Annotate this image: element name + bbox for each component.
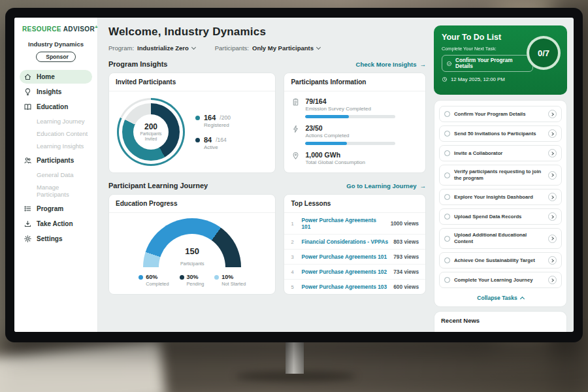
list-icon <box>24 204 32 213</box>
task-open-button[interactable] <box>548 110 557 118</box>
lightning-icon <box>291 125 300 133</box>
participants-filter[interactable]: Participants: Only My Participants <box>215 44 320 52</box>
checkbox-icon[interactable] <box>444 131 450 137</box>
gear-icon <box>24 235 32 243</box>
task-row-upload-spend-data[interactable]: Upload Spend Data Records <box>439 208 562 225</box>
task-row-complete-learning-journey[interactable]: Complete Your Learning Journey <box>439 272 562 288</box>
legend-dot-blue <box>139 275 143 280</box>
task-open-button[interactable] <box>548 149 557 157</box>
sidebar-item-insights[interactable]: Insights <box>20 85 92 99</box>
sidebar-item-take-action[interactable]: Take Action <box>20 217 92 231</box>
checkbox-icon[interactable] <box>444 172 450 178</box>
collapse-tasks-button[interactable]: Collapse Tasks <box>439 291 562 304</box>
task-row-confirm-program[interactable]: Confirm Your Program Details <box>439 106 562 122</box>
sidebar-item-manage-participants[interactable]: Manage Participants <box>20 181 92 201</box>
sidebar-item-program[interactable]: Program <box>20 202 92 216</box>
task-open-button[interactable] <box>548 276 557 284</box>
sidebar-item-learning-journey[interactable]: Learning Journey <box>20 115 92 127</box>
task-row-upload-educational-content[interactable]: Upload Additional Educational Content <box>439 228 562 249</box>
legend-pct: 30% <box>187 274 199 280</box>
nav-label: Program <box>37 205 63 212</box>
legend-value: 164 <box>204 114 216 122</box>
task-row-send-invitations[interactable]: Send 50 Invitations to Participants <box>439 125 562 142</box>
legend-total: /200 <box>220 114 231 121</box>
sidebar-item-learning-insights[interactable]: Learning Insights <box>20 140 92 152</box>
checkbox-icon[interactable] <box>444 150 450 156</box>
todo-due-date: 12 May 2025, 12:00 PM <box>442 76 559 82</box>
stat-value: 1,000 GWh <box>305 151 365 159</box>
sidebar-item-education[interactable]: Education <box>20 100 92 114</box>
task-row-invite-collaborator[interactable]: Invite a Collaborator <box>439 145 562 161</box>
donut-center-label: Participants <box>140 131 162 137</box>
lesson-views: 793 views <box>393 253 419 260</box>
todo-next-task[interactable]: Confirm Your Program Details <box>442 55 533 72</box>
chevron-right-icon <box>550 173 554 177</box>
donut-center: 200 Participants Invited <box>133 114 169 150</box>
lesson-link[interactable]: Power Purchase Agreements 101 <box>301 217 385 230</box>
check-more-insights-link[interactable]: Check More Insights → <box>356 61 426 68</box>
legend-completed: 60% Completed <box>139 274 169 287</box>
task-open-button[interactable] <box>548 129 557 138</box>
link-label: Check More Insights <box>356 61 417 68</box>
sidebar-item-settings[interactable]: Settings <box>20 232 92 246</box>
clipboard-icon <box>291 98 300 106</box>
task-open-button[interactable] <box>548 193 557 201</box>
task-label: Explore Your Insights Dashboard <box>454 194 544 201</box>
lesson-views: 600 views <box>393 284 419 290</box>
chevron-right-icon <box>550 132 554 136</box>
nav-label: Take Action <box>37 220 73 227</box>
monitor-stand <box>286 340 304 374</box>
check-circle-icon <box>446 61 452 67</box>
task-label: Upload Spend Data Records <box>454 214 544 220</box>
checkbox-icon[interactable] <box>444 257 450 263</box>
section-title: Program Insights <box>108 60 167 68</box>
go-to-learning-journey-link[interactable]: Go to Learning Journey → <box>346 182 426 189</box>
task-row-achieve-target[interactable]: Achieve One Sustainability Target <box>439 252 562 269</box>
task-row-explore-insights[interactable]: Explore Your Insights Dashboard <box>439 189 562 205</box>
card-title: Top Lessons <box>284 195 425 213</box>
invited-participants-card: Invited Participants 200 Participants In… <box>108 73 276 173</box>
sidebar-item-home[interactable]: Home <box>20 70 92 84</box>
checkbox-icon[interactable] <box>444 214 450 220</box>
chevron-right-icon <box>550 195 554 199</box>
main-content: Welcome, Industry Dynamics Program: Indu… <box>98 18 434 332</box>
actions-completed-stat: 23/50 Actions Completed <box>291 124 418 145</box>
lightbulb-icon <box>24 88 32 96</box>
lesson-link[interactable]: Power Purchase Agreements 101 <box>301 253 388 260</box>
lesson-views: 734 views <box>393 269 419 275</box>
program-filter[interactable]: Program: Industrialize Zero <box>108 44 195 52</box>
sponsor-badge[interactable]: Sponsor <box>36 52 75 62</box>
lesson-link[interactable]: Power Purchase Agreements 102 <box>301 269 388 275</box>
sidebar-item-participants[interactable]: Participants <box>20 154 92 167</box>
app-logo: RESOURCE ADVISOR+ <box>14 24 97 33</box>
task-open-button[interactable] <box>548 171 557 180</box>
checkbox-icon[interactable] <box>444 277 450 283</box>
lesson-rank: 1 <box>291 221 296 227</box>
task-open-button[interactable] <box>548 256 557 265</box>
book-icon <box>24 103 32 111</box>
checkbox-icon[interactable] <box>444 194 450 200</box>
learning-cards-row: Education Progress 150 Participants <box>108 194 426 295</box>
task-label: Verify participants requesting to join t… <box>454 169 544 182</box>
lesson-views: 803 views <box>393 238 419 245</box>
program-filter-label: Program: <box>108 44 134 52</box>
sidebar-item-general-data[interactable]: General Data <box>20 169 92 181</box>
lesson-link[interactable]: Power Purchase Agreements 103 <box>301 284 388 290</box>
arrow-right-icon: → <box>420 61 427 68</box>
task-open-button[interactable] <box>548 235 557 243</box>
lesson-link[interactable]: Financial Considerations - VPPAs <box>301 238 388 245</box>
emission-survey-stat: 79/164 Emission Survey Completed <box>291 97 418 118</box>
chevron-up-icon <box>520 296 525 301</box>
legend-label: Pending <box>187 281 204 287</box>
checkbox-icon[interactable] <box>444 236 450 242</box>
chevron-right-icon <box>550 237 554 240</box>
chevron-down-icon <box>316 45 321 50</box>
task-row-verify-participants[interactable]: Verify participants requesting to join t… <box>439 165 562 186</box>
legend-not-started: 10% Not Started <box>214 274 246 287</box>
recent-news-header[interactable]: Recent News <box>434 311 567 332</box>
task-open-button[interactable] <box>548 212 557 221</box>
sidebar-item-education-content[interactable]: Education Content <box>20 127 92 140</box>
legend-label: Registered <box>204 122 231 128</box>
legend-label: Completed <box>146 281 169 287</box>
checkbox-icon[interactable] <box>444 111 450 117</box>
